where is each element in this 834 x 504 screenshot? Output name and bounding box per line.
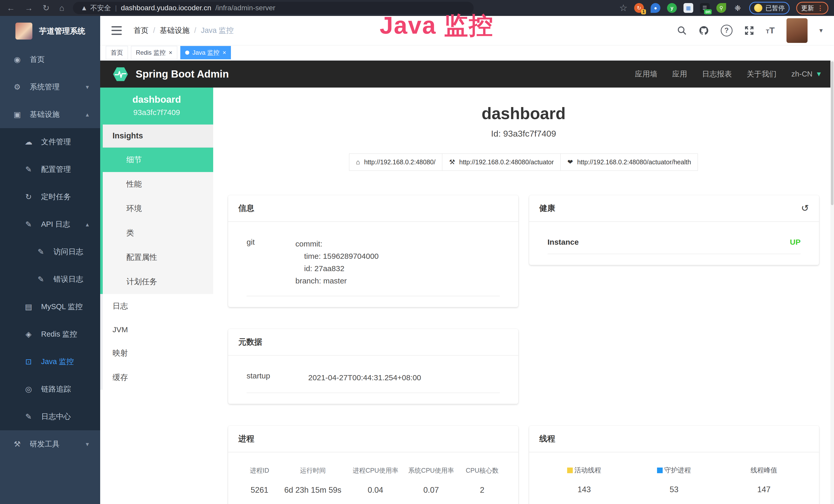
forward-icon[interactable]: → bbox=[25, 3, 33, 13]
sidebar-item-java-monitor[interactable]: ⊡ Java 监控 bbox=[0, 348, 100, 375]
tab-redis-monitor[interactable]: Redis 监控 × bbox=[131, 46, 177, 59]
back-icon[interactable]: ← bbox=[7, 3, 15, 13]
info-row-value: commit: time: 1596289704000 id: 27aa832 … bbox=[295, 238, 500, 287]
search-icon[interactable] bbox=[677, 26, 687, 36]
font-size-icon[interactable]: TT bbox=[766, 25, 775, 36]
github-icon[interactable] bbox=[699, 25, 709, 36]
legend-peak-threads: 线程峰值 bbox=[719, 466, 809, 475]
sidebar-item-label: 定时任务 bbox=[41, 192, 71, 202]
instance-health-url[interactable]: ❤ http://192.168.0.2:48080/actuator/heal… bbox=[561, 154, 698, 171]
instance-home-url[interactable]: ⌂ http://192.168.0.2:48080/ bbox=[349, 154, 443, 171]
security-status[interactable]: ▲ 不安全 bbox=[81, 3, 111, 13]
extensions-puzzle-icon[interactable]: ❈ bbox=[733, 3, 743, 13]
sba-item-environment[interactable]: 环境 bbox=[103, 197, 213, 221]
user-avatar[interactable] bbox=[787, 18, 808, 43]
card-title: 进程 bbox=[238, 433, 254, 444]
sidebar-item-mysql-monitor[interactable]: ▤ MySQL 监控 bbox=[0, 293, 100, 320]
sidebar-item-scheduled-jobs[interactable]: ↻ 定时任务 bbox=[0, 183, 100, 210]
tab-home[interactable]: 首页 bbox=[106, 46, 128, 59]
extension-list-icon[interactable]: ☰ on bbox=[700, 3, 710, 13]
sidebar-item-file-manage[interactable]: ☁ 文件管理 bbox=[0, 128, 100, 156]
scrollbar-thumb[interactable] bbox=[831, 61, 833, 205]
sba-language-select[interactable]: zh-CN ▼ bbox=[791, 70, 822, 78]
sidebar-item-redis-monitor[interactable]: ◈ Redis 监控 bbox=[0, 320, 100, 348]
sidebar-item-dev-tools[interactable]: ⚒ 研发工具 ▾ bbox=[0, 430, 100, 458]
sidebar-item-api-log[interactable]: ✎ API 日志 ▴ bbox=[0, 210, 100, 238]
breadcrumb: 首页 / 基础设施 / Java 监控 bbox=[134, 25, 234, 36]
sidebar-item-error-log[interactable]: ✎ 错误日志 bbox=[0, 266, 100, 293]
wrench-icon: ⚒ bbox=[449, 158, 455, 166]
close-icon[interactable]: × bbox=[169, 49, 172, 56]
sba-other-items: 日志 JVM 映射 缓存 bbox=[100, 294, 213, 390]
sidebar-item-infrastructure[interactable]: ▣ 基础设施 ▴ bbox=[0, 101, 100, 128]
process-col-proc-cpu: 进程CPU使用率 bbox=[348, 466, 403, 475]
daemon-threads-value: 53 bbox=[629, 485, 719, 494]
history-icon[interactable]: ↺ bbox=[801, 203, 809, 214]
extension-grid-icon[interactable]: ▦ bbox=[683, 3, 693, 13]
legend-label: 线程峰值 bbox=[750, 466, 777, 475]
process-col-uptime: 运行时间 bbox=[278, 466, 348, 475]
extension-refresh-icon[interactable]: ↻ 1 bbox=[634, 3, 644, 13]
close-icon[interactable]: × bbox=[222, 49, 226, 56]
sba-item-jvm[interactable]: JVM bbox=[103, 318, 213, 341]
fullscreen-icon[interactable] bbox=[744, 26, 754, 36]
sidebar-toggle-icon[interactable] bbox=[111, 26, 122, 35]
sidebar-item-system[interactable]: ⚙ 系统管理 ▾ bbox=[0, 73, 100, 101]
extension-pin-icon[interactable]: ● bbox=[651, 3, 660, 13]
sba-nav-applications[interactable]: 应用 bbox=[672, 69, 687, 79]
tab-java-monitor[interactable]: Java 监控 × bbox=[180, 46, 231, 59]
git-time-line: time: 1596289704000 bbox=[295, 250, 500, 262]
navbar-actions: ? TT ▾ bbox=[677, 18, 823, 43]
threads-card-header: 线程 bbox=[529, 426, 819, 452]
sba-nav-about[interactable]: 关于我们 bbox=[747, 69, 776, 79]
extension-y-icon[interactable]: y bbox=[667, 3, 677, 13]
home-icon[interactable]: ⌂ bbox=[59, 3, 64, 13]
url-host: dashboard.yudao.iocoder.cn bbox=[121, 4, 212, 12]
reload-icon[interactable]: ↻ bbox=[43, 3, 49, 13]
sidebar-item-trace[interactable]: ◎ 链路追踪 bbox=[0, 375, 100, 403]
user-menu-caret-icon[interactable]: ▾ bbox=[819, 26, 823, 35]
breadcrumb-infrastructure[interactable]: 基础设施 bbox=[160, 25, 190, 36]
bookmark-star-icon[interactable]: ☆ bbox=[619, 3, 628, 13]
sba-brand-title[interactable]: Spring Boot Admin bbox=[136, 68, 229, 80]
info-row-label: git bbox=[247, 238, 295, 287]
app-logo-image bbox=[16, 23, 32, 40]
profile-paused-badge[interactable]: 已暂停 bbox=[749, 2, 790, 15]
chevron-up-icon: ▴ bbox=[86, 111, 89, 118]
sba-item-metrics[interactable]: 性能 bbox=[103, 172, 213, 197]
git-branch-line: branch: master bbox=[295, 275, 500, 287]
sba-item-details[interactable]: 细节 bbox=[103, 147, 213, 172]
sba-item-logs[interactable]: 日志 bbox=[103, 294, 213, 318]
instance-actuator-url[interactable]: ⚒ http://192.168.0.2:48080/actuator bbox=[442, 154, 561, 171]
breadcrumb-home[interactable]: 首页 bbox=[134, 25, 149, 36]
language-value: zh-CN bbox=[791, 70, 812, 78]
main-area: 首页 / 基础设施 / Java 监控 ? bbox=[100, 16, 834, 504]
breadcrumb-separator: / bbox=[153, 26, 155, 35]
health-instance-row: Instance UP bbox=[548, 234, 801, 254]
sidebar-item-log-center[interactable]: ✎ 日志中心 bbox=[0, 403, 100, 430]
update-button[interactable]: 更新 ⋮ bbox=[796, 2, 828, 15]
sba-item-caches[interactable]: 缓存 bbox=[103, 365, 213, 390]
process-val-pid: 5261 bbox=[241, 485, 278, 495]
sidebar-item-access-log[interactable]: ✎ 访问日志 bbox=[0, 238, 100, 266]
kebab-menu-icon[interactable]: ⋮ bbox=[817, 4, 824, 12]
gear-icon: ⚙ bbox=[12, 83, 22, 91]
sidebar-item-home[interactable]: ◉ 首页 bbox=[0, 46, 100, 73]
process-col-sys-cpu: 系统CPU使用率 bbox=[403, 466, 459, 475]
health-card-header: 健康 ↺ bbox=[529, 195, 819, 222]
sba-nav-wallboard[interactable]: 应用墙 bbox=[635, 69, 657, 79]
info-card-body: git commit: time: 1596289704000 id: 27aa… bbox=[228, 222, 518, 307]
sba-item-mappings[interactable]: 映射 bbox=[103, 341, 213, 365]
sba-content: dashboard Id: 93a3fc7f7409 ⌂ http://192.… bbox=[213, 88, 834, 504]
address-bar[interactable]: ▲ 不安全 | dashboard.yudao.iocoder.cn/infra… bbox=[73, 2, 474, 14]
sba-item-classes[interactable]: 类 bbox=[103, 221, 213, 245]
app-logo[interactable]: 芋道管理系统 bbox=[0, 16, 100, 46]
extension-leaf-icon[interactable]: ⚲ bbox=[716, 3, 726, 13]
page-title: dashboard bbox=[228, 104, 819, 123]
sba-nav-journal[interactable]: 日志报表 bbox=[702, 69, 732, 79]
sba-item-scheduled-tasks[interactable]: 计划任务 bbox=[103, 270, 213, 294]
tags-view-bar: 首页 Redis 监控 × Java 监控 × bbox=[100, 45, 834, 61]
sidebar-item-config-manage[interactable]: ✎ 配置管理 bbox=[0, 156, 100, 183]
help-icon[interactable]: ? bbox=[721, 25, 732, 37]
sba-item-config-props[interactable]: 配置属性 bbox=[103, 245, 213, 270]
